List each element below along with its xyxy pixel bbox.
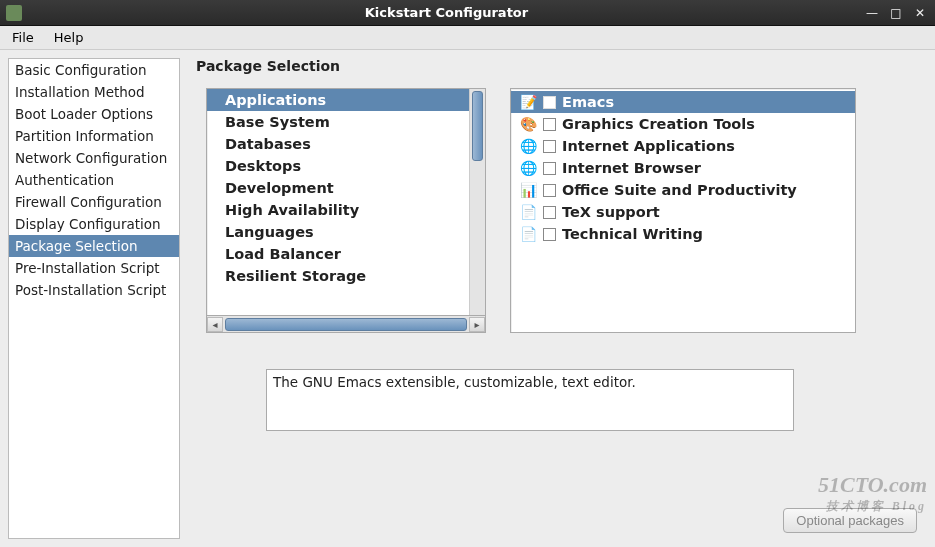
document-icon: 📄 <box>519 225 537 243</box>
package-label: TeX support <box>562 204 660 220</box>
package-graphics-creation-tools[interactable]: 🎨 Graphics Creation Tools <box>511 113 855 135</box>
package-internet-applications[interactable]: 🌐 Internet Applications <box>511 135 855 157</box>
package-checkbox[interactable] <box>543 228 556 241</box>
package-internet-browser[interactable]: 🌐 Internet Browser <box>511 157 855 179</box>
content-area: Basic Configuration Installation Method … <box>0 50 935 547</box>
globe-icon: 🌐 <box>519 137 537 155</box>
category-applications[interactable]: Applications <box>207 89 469 111</box>
package-checkbox[interactable] <box>543 162 556 175</box>
window-title: Kickstart Configurator <box>30 5 863 20</box>
close-button[interactable]: ✕ <box>911 6 929 20</box>
package-label: Graphics Creation Tools <box>562 116 755 132</box>
categories-vscroll-thumb[interactable] <box>472 91 483 161</box>
categories-hscrollbar[interactable]: ◂ ▸ <box>206 316 486 333</box>
scroll-right-icon[interactable]: ▸ <box>469 317 485 332</box>
window-buttons: — □ ✕ <box>863 6 929 20</box>
category-resilient-storage[interactable]: Resilient Storage <box>207 265 469 287</box>
package-emacs[interactable]: 📝 Emacs <box>511 91 855 113</box>
package-technical-writing[interactable]: 📄 Technical Writing <box>511 223 855 245</box>
selection-panels: Applications Base System Databases Deskt… <box>206 88 927 333</box>
package-label: Internet Browser <box>562 160 701 176</box>
package-checkbox[interactable] <box>543 118 556 131</box>
categories-listbox[interactable]: Applications Base System Databases Deskt… <box>206 88 486 316</box>
sidebar-item-pre-installation-script[interactable]: Pre-Installation Script <box>9 257 179 279</box>
category-load-balancer[interactable]: Load Balancer <box>207 243 469 265</box>
package-office-suite[interactable]: 📊 Office Suite and Productivity <box>511 179 855 201</box>
category-development[interactable]: Development <box>207 177 469 199</box>
page-title: Package Selection <box>196 58 927 74</box>
category-high-availability[interactable]: High Availability <box>207 199 469 221</box>
package-description: The GNU Emacs extensible, customizable, … <box>266 369 794 431</box>
package-label: Emacs <box>562 94 614 110</box>
menubar: File Help <box>0 26 935 50</box>
sidebar-item-partition-information[interactable]: Partition Information <box>9 125 179 147</box>
minimize-button[interactable]: — <box>863 6 881 20</box>
scroll-left-icon[interactable]: ◂ <box>207 317 223 332</box>
sidebar-item-authentication[interactable]: Authentication <box>9 169 179 191</box>
package-tex-support[interactable]: 📄 TeX support <box>511 201 855 223</box>
package-label: Internet Applications <box>562 138 735 154</box>
palette-icon: 🎨 <box>519 115 537 133</box>
categories-vscrollbar[interactable] <box>469 89 485 315</box>
package-checkbox[interactable] <box>543 206 556 219</box>
sidebar: Basic Configuration Installation Method … <box>8 58 180 539</box>
emacs-icon: 📝 <box>519 93 537 111</box>
package-label: Office Suite and Productivity <box>562 182 797 198</box>
package-checkbox[interactable] <box>543 184 556 197</box>
sidebar-item-boot-loader-options[interactable]: Boot Loader Options <box>9 103 179 125</box>
package-checkbox[interactable] <box>543 140 556 153</box>
maximize-button[interactable]: □ <box>887 6 905 20</box>
categories-hscroll-thumb[interactable] <box>225 318 467 331</box>
main-panel: Package Selection Applications Base Syst… <box>190 58 927 539</box>
sidebar-item-firewall-configuration[interactable]: Firewall Configuration <box>9 191 179 213</box>
menu-help[interactable]: Help <box>46 28 92 47</box>
package-label: Technical Writing <box>562 226 703 242</box>
sidebar-item-installation-method[interactable]: Installation Method <box>9 81 179 103</box>
sidebar-item-post-installation-script[interactable]: Post-Installation Script <box>9 279 179 301</box>
categories-hscroll-track[interactable] <box>223 317 469 332</box>
document-icon: 📄 <box>519 203 537 221</box>
sidebar-item-basic-configuration[interactable]: Basic Configuration <box>9 59 179 81</box>
category-languages[interactable]: Languages <box>207 221 469 243</box>
sidebar-item-network-configuration[interactable]: Network Configuration <box>9 147 179 169</box>
category-base-system[interactable]: Base System <box>207 111 469 133</box>
sidebar-item-display-configuration[interactable]: Display Configuration <box>9 213 179 235</box>
category-desktops[interactable]: Desktops <box>207 155 469 177</box>
optional-packages-button[interactable]: Optional packages <box>783 508 917 533</box>
packages-listbox[interactable]: 📝 Emacs 🎨 Graphics Creation Tools 🌐 Inte… <box>510 88 856 333</box>
office-icon: 📊 <box>519 181 537 199</box>
categories-panel: Applications Base System Databases Deskt… <box>206 88 486 333</box>
app-icon <box>6 5 22 21</box>
menu-file[interactable]: File <box>4 28 42 47</box>
package-checkbox[interactable] <box>543 96 556 109</box>
titlebar: Kickstart Configurator — □ ✕ <box>0 0 935 26</box>
globe-icon: 🌐 <box>519 159 537 177</box>
category-databases[interactable]: Databases <box>207 133 469 155</box>
sidebar-item-package-selection[interactable]: Package Selection <box>9 235 179 257</box>
